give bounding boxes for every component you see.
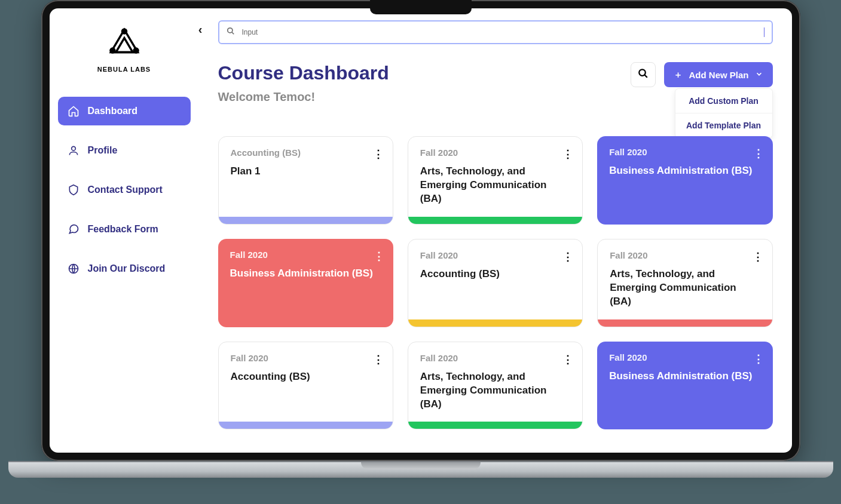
sidebar-item-profile[interactable]: Profile <box>58 136 191 165</box>
more-vertical-icon: ⋮ <box>374 250 384 262</box>
sidebar-item-join-discord[interactable]: Join Our Discord <box>58 254 191 283</box>
plan-card-menu-button[interactable]: ⋮ <box>562 147 573 161</box>
more-vertical-icon: ⋮ <box>562 148 573 160</box>
plan-card-title: Arts, Technology, and Emerging Communica… <box>420 165 570 206</box>
add-new-plan-button[interactable]: ＋ Add New Plan <box>664 62 772 87</box>
plan-card-title: Arts, Technology, and Emerging Communica… <box>420 370 570 411</box>
search-field[interactable] <box>241 27 758 37</box>
more-vertical-icon: ⋮ <box>562 251 573 263</box>
plan-card-menu-button[interactable]: ⋮ <box>374 250 384 263</box>
plan-card-body: Fall 2020Arts, Technology, and Emerging … <box>598 239 772 319</box>
plan-card-semester: Fall 2020 <box>609 352 760 362</box>
plus-icon: ＋ <box>674 69 683 81</box>
more-vertical-icon: ⋮ <box>373 354 383 365</box>
add-plan-label: Add New Plan <box>689 70 748 80</box>
text-cursor <box>764 27 764 37</box>
plan-card-semester: Fall 2020 <box>609 147 760 157</box>
laptop-frame: ‹ NEBULA LABS <box>41 0 800 478</box>
sidebar-item-label: Contact Support <box>88 185 163 195</box>
plan-card[interactable]: Fall 2020Accounting (BS)⋮ <box>218 342 393 430</box>
plan-card-body: Fall 2020Business Administration (BS) <box>597 342 772 430</box>
dropdown-add-template-plan[interactable]: Add Template Plan <box>675 113 772 137</box>
search-icon <box>638 68 649 81</box>
plan-card-menu-button[interactable]: ⋮ <box>562 353 573 366</box>
page-title: Course Dashboard <box>218 62 389 84</box>
chat-icon <box>68 223 79 235</box>
plan-card-title: Business Administration (BS) <box>609 370 760 383</box>
sidebar-item-label: Dashboard <box>88 106 138 116</box>
plan-card[interactable]: Fall 2020Arts, Technology, and Emerging … <box>408 136 583 225</box>
plan-card[interactable]: Fall 2020Arts, Technology, and Emerging … <box>408 342 583 430</box>
plan-card-menu-button[interactable]: ⋮ <box>753 147 763 160</box>
more-vertical-icon: ⋮ <box>753 147 763 159</box>
header-search-button[interactable] <box>631 62 656 87</box>
sidebar-item-label: Join Our Discord <box>88 263 166 274</box>
plan-card-menu-button[interactable]: ⋮ <box>373 353 383 366</box>
brand-logo-icon <box>103 25 145 63</box>
sidebar-item-label: Feedback Form <box>88 224 158 235</box>
chevron-left-icon: ‹ <box>198 23 203 36</box>
search-input[interactable] <box>218 20 773 44</box>
svg-point-5 <box>71 146 75 150</box>
plan-card-body: Accounting (BS)Plan 1 <box>219 137 393 217</box>
plans-grid: Accounting (BS)Plan 1⋮Fall 2020Arts, Tec… <box>218 136 773 429</box>
chevron-down-icon <box>755 70 763 80</box>
svg-point-4 <box>122 29 126 33</box>
svg-point-9 <box>640 69 646 76</box>
globe-icon <box>68 263 79 275</box>
brand-name: NEBULA LABS <box>97 66 151 73</box>
camera-notch <box>370 0 472 14</box>
plan-card-color-strip <box>408 422 582 429</box>
sidebar-collapse-toggle[interactable]: ‹ <box>198 23 203 36</box>
plan-card-body: Fall 2020Accounting (BS) <box>408 239 582 319</box>
plan-card[interactable]: Accounting (BS)Plan 1⋮ <box>218 136 393 225</box>
plan-card-color-strip <box>408 217 582 224</box>
svg-point-3 <box>134 48 138 53</box>
plan-card-semester: Fall 2020 <box>230 250 381 260</box>
plan-card-title: Accounting (BS) <box>420 268 570 281</box>
sidebar-item-label: Profile <box>88 145 118 156</box>
plan-card-menu-button[interactable]: ⋮ <box>562 250 573 263</box>
sidebar-item-dashboard[interactable]: Dashboard <box>58 97 191 125</box>
plan-card-color-strip <box>219 217 393 224</box>
laptop-base <box>8 461 833 478</box>
svg-point-7 <box>227 28 232 33</box>
plan-card[interactable]: Fall 2020Arts, Technology, and Emerging … <box>597 239 772 327</box>
plan-card-menu-button[interactable]: ⋮ <box>753 352 763 365</box>
plan-card-color-strip <box>408 319 582 327</box>
plan-card[interactable]: Fall 2020Business Administration (BS)⋮ <box>218 239 393 327</box>
plan-card-title: Arts, Technology, and Emerging Communica… <box>610 268 760 309</box>
more-vertical-icon: ⋮ <box>753 353 763 365</box>
sidebar-nav: Dashboard Profile Contact Support <box>50 97 199 283</box>
add-plan-wrapper: ＋ Add New Plan Add Custom Plan Add Templ… <box>664 62 772 87</box>
shield-icon <box>68 184 79 196</box>
main-content: Course Dashboard Welcome Temoc! ＋ <box>199 8 792 453</box>
add-plan-dropdown: Add Custom Plan Add Template Plan <box>675 88 773 138</box>
plan-card-semester: Fall 2020 <box>610 250 760 260</box>
plan-card-body: Fall 2020Arts, Technology, and Emerging … <box>408 137 582 217</box>
plan-card[interactable]: Fall 2020Business Administration (BS)⋮ <box>597 342 772 430</box>
plan-card-body: Fall 2020Arts, Technology, and Emerging … <box>408 342 582 422</box>
plan-card[interactable]: Fall 2020Business Administration (BS)⋮ <box>597 136 772 225</box>
plan-card-body: Fall 2020Business Administration (BS) <box>597 136 772 225</box>
svg-point-2 <box>110 48 114 53</box>
more-vertical-icon: ⋮ <box>562 354 573 365</box>
plan-card[interactable]: Fall 2020Accounting (BS)⋮ <box>408 239 583 327</box>
search-icon <box>227 27 235 38</box>
plan-card-title: Business Administration (BS) <box>230 267 381 281</box>
user-icon <box>68 145 79 156</box>
sidebar-item-contact-support[interactable]: Contact Support <box>58 176 191 204</box>
plan-card-body: Fall 2020Accounting (BS) <box>219 342 393 422</box>
sidebar-item-feedback-form[interactable]: Feedback Form <box>58 215 191 244</box>
sidebar: ‹ NEBULA LABS <box>50 8 199 453</box>
plan-card-color-strip <box>219 422 393 429</box>
screen-bezel: ‹ NEBULA LABS <box>41 0 800 461</box>
plan-card-menu-button[interactable]: ⋮ <box>373 147 383 161</box>
dropdown-add-custom-plan[interactable]: Add Custom Plan <box>675 89 772 113</box>
app-viewport: ‹ NEBULA LABS <box>50 8 792 453</box>
more-vertical-icon: ⋮ <box>373 148 383 160</box>
page-header: Course Dashboard Welcome Temoc! ＋ <box>218 62 773 104</box>
plan-card-semester: Fall 2020 <box>420 250 570 260</box>
plan-card-body: Fall 2020Business Administration (BS) <box>218 239 393 327</box>
plan-card-menu-button[interactable]: ⋮ <box>753 250 763 263</box>
